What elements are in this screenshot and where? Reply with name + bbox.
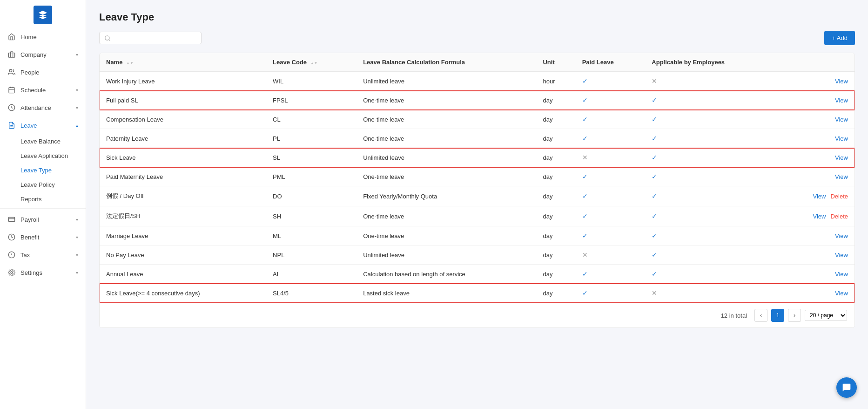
prev-page-button[interactable]: ‹ — [754, 309, 767, 322]
cell-formula: One-time leave — [357, 129, 536, 148]
cell-code: FPSL — [266, 91, 357, 110]
company-icon — [7, 50, 16, 59]
cell-paid-leave: ✓ — [576, 206, 646, 226]
cell-applicable: ✓ — [645, 245, 779, 265]
cell-paid-leave: ✓ — [576, 186, 646, 206]
paid-leave-check-icon: ✓ — [582, 270, 588, 278]
cell-name: 法定假日/SH — [100, 206, 266, 226]
people-icon — [7, 68, 16, 76]
cell-paid-leave: ✓ — [576, 72, 646, 91]
table-row: Paternity Leave PL One-time leave day ✓ … — [100, 129, 855, 148]
sidebar-item-people[interactable]: People — [0, 63, 86, 81]
view-link[interactable]: View — [835, 154, 848, 161]
sidebar-subitem-reports[interactable]: Reports — [0, 192, 86, 206]
sidebar-item-attendance[interactable]: Attendance ▾ — [0, 99, 86, 116]
sort-icon[interactable]: ▲▼ — [310, 61, 318, 65]
paid-leave-check-icon: ✓ — [582, 289, 588, 297]
applicable-check-icon: ✓ — [652, 192, 657, 200]
view-link[interactable]: View — [835, 232, 848, 239]
cell-formula: Unlimited leave — [357, 245, 536, 265]
view-link[interactable]: View — [813, 193, 826, 200]
svg-point-1 — [9, 69, 12, 72]
view-link[interactable]: View — [835, 97, 848, 104]
chat-fab-button[interactable] — [836, 377, 857, 398]
sidebar-item-settings[interactable]: Settings ▾ — [0, 264, 86, 281]
delete-link[interactable]: Delete — [830, 213, 848, 220]
delete-link[interactable]: Delete — [830, 193, 848, 200]
col-actions — [779, 53, 855, 72]
cell-name: Marriage Leave — [100, 226, 266, 245]
sidebar-subitem-leave-type[interactable]: Leave Type — [0, 163, 86, 177]
sidebar-subitem-label: Reports — [20, 196, 42, 203]
view-link[interactable]: View — [835, 271, 848, 278]
paid-leave-check-icon: ✓ — [582, 135, 588, 142]
cell-unit: day — [536, 129, 575, 148]
schedule-icon — [7, 86, 16, 94]
paid-leave-check-icon: ✓ — [582, 116, 588, 123]
cell-unit: day — [536, 110, 575, 129]
table-row: Work Injury Leave WIL Unlimited leave ho… — [100, 72, 855, 91]
sidebar-item-leave[interactable]: Leave ▴ — [0, 116, 86, 134]
cell-actions: ViewDelete — [779, 186, 855, 206]
cell-actions: ViewDelete — [779, 206, 855, 226]
add-button[interactable]: + Add — [824, 31, 855, 45]
cell-code: WIL — [266, 72, 357, 91]
view-link[interactable]: View — [835, 252, 848, 259]
sort-icon[interactable]: ▲▼ — [126, 61, 134, 65]
page-size-select[interactable]: 20 / page 50 / page 100 / page — [805, 310, 847, 321]
applicable-check-icon: ✓ — [652, 154, 657, 161]
paid-leave-check-icon: ✓ — [582, 212, 588, 220]
cell-paid-leave: ✕ — [576, 245, 646, 265]
cell-paid-leave: ✕ — [576, 148, 646, 167]
col-leave-code: Leave Code ▲▼ — [266, 53, 357, 72]
cell-actions: View — [779, 226, 855, 245]
cell-formula: Unlimited leave — [357, 72, 536, 91]
view-link[interactable]: View — [813, 213, 826, 220]
search-box[interactable] — [99, 32, 202, 44]
view-link[interactable]: View — [835, 116, 848, 123]
view-link[interactable]: View — [835, 173, 848, 180]
chevron-down-icon: ▾ — [76, 217, 78, 222]
search-input[interactable] — [114, 34, 196, 41]
cell-formula: One-time leave — [357, 226, 536, 245]
cell-name: Paternity Leave — [100, 129, 266, 148]
cell-unit: day — [536, 186, 575, 206]
sidebar-item-payroll[interactable]: Payroll ▾ — [0, 211, 86, 228]
sidebar-item-schedule[interactable]: Schedule ▾ — [0, 81, 86, 99]
cell-paid-leave: ✓ — [576, 284, 646, 303]
cell-unit: day — [536, 284, 575, 303]
cell-actions: View — [779, 91, 855, 110]
cell-name: Sick Leave(>= 4 consecutive days) — [100, 284, 266, 303]
cell-actions: View — [779, 284, 855, 303]
sidebar-subitem-leave-application[interactable]: Leave Application — [0, 149, 86, 163]
cell-applicable: ✓ — [645, 129, 779, 148]
view-link[interactable]: View — [835, 78, 848, 85]
cell-applicable: ✓ — [645, 186, 779, 206]
cell-actions: View — [779, 245, 855, 265]
applicable-check-icon: ✓ — [652, 96, 657, 104]
table-row: Paid Maternity Leave PML One-time leave … — [100, 167, 855, 186]
cell-code: SL4/5 — [266, 284, 357, 303]
view-link[interactable]: View — [835, 290, 848, 297]
sidebar-subitem-label: Leave Application — [20, 152, 68, 159]
view-link[interactable]: View — [835, 135, 848, 142]
sidebar-item-label: Schedule — [20, 87, 46, 94]
sidebar-item-benefit[interactable]: Benefit ▾ — [0, 228, 86, 246]
settings-icon — [7, 268, 16, 277]
chevron-up-icon: ▴ — [76, 123, 78, 128]
paid-leave-check-icon: ✓ — [582, 77, 588, 85]
paid-leave-cross-icon: ✕ — [582, 251, 588, 259]
page-1-button[interactable]: 1 — [771, 309, 784, 322]
sidebar-item-home[interactable]: Home — [0, 28, 86, 46]
sidebar-subitem-leave-balance[interactable]: Leave Balance — [0, 134, 86, 149]
sidebar-item-tax[interactable]: Tax ▾ — [0, 246, 86, 264]
next-page-button[interactable]: › — [788, 309, 801, 322]
cell-code: PML — [266, 167, 357, 186]
chevron-down-icon: ▾ — [76, 270, 78, 275]
sidebar-subitem-leave-policy[interactable]: Leave Policy — [0, 177, 86, 192]
sidebar-item-label: Payroll — [20, 216, 39, 223]
cell-paid-leave: ✓ — [576, 167, 646, 186]
sidebar-subitem-label: Leave Type — [20, 167, 52, 174]
sidebar-item-company[interactable]: Company ▾ — [0, 46, 86, 63]
chevron-down-icon: ▾ — [76, 235, 78, 240]
